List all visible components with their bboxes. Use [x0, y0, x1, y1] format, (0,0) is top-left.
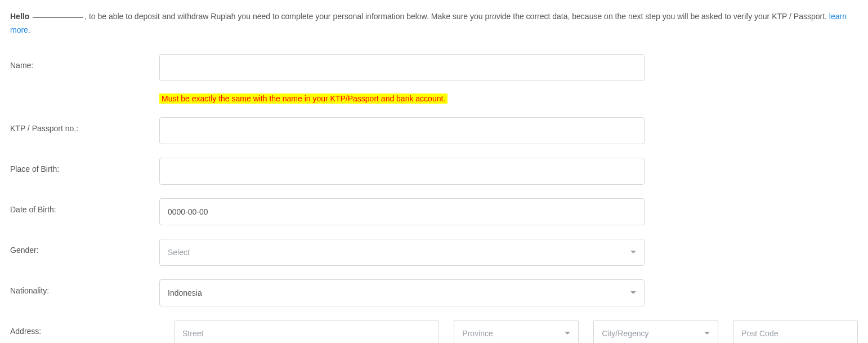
- province-select[interactable]: Province: [454, 320, 579, 343]
- postcode-input[interactable]: [733, 320, 858, 343]
- province-selected-text: Province: [462, 329, 493, 338]
- nationality-selected-text: Indonesia: [168, 288, 202, 297]
- intro-period: .: [28, 25, 30, 34]
- gender-label: Gender:: [10, 239, 159, 255]
- name-input[interactable]: [159, 54, 645, 81]
- address-label: Address:: [10, 320, 159, 336]
- street-input[interactable]: [174, 320, 439, 343]
- name-helper-text: Must be exactly the same with the name i…: [159, 93, 448, 104]
- pob-input[interactable]: [159, 158, 645, 185]
- dob-label: Date of Birth:: [10, 198, 159, 214]
- city-select[interactable]: City/Regency: [593, 320, 718, 343]
- city-selected-text: City/Regency: [602, 329, 648, 338]
- username-placeholder-line: [33, 17, 83, 18]
- nationality-label: Nationality:: [10, 279, 159, 295]
- ktp-input[interactable]: [159, 117, 645, 144]
- ktp-label: KTP / Passport no.:: [10, 117, 159, 133]
- hello-text: Hello: [10, 12, 29, 21]
- nationality-select[interactable]: Indonesia: [159, 279, 645, 306]
- gender-select[interactable]: Select: [159, 239, 645, 266]
- intro-text: , to be able to deposit and withdraw Rup…: [84, 12, 829, 21]
- name-label: Name:: [10, 54, 159, 70]
- dob-input[interactable]: [159, 198, 645, 225]
- intro-paragraph: Hello , to be able to deposit and withdr…: [10, 10, 858, 37]
- pob-label: Place of Birth:: [10, 158, 159, 173]
- gender-selected-text: Select: [168, 248, 190, 257]
